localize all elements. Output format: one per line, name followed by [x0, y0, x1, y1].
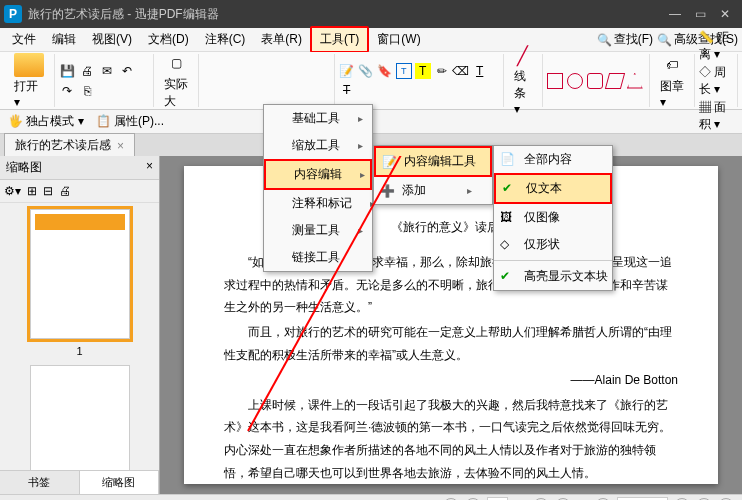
- thumb-print-icon[interactable]: 🖨: [59, 184, 71, 198]
- mi-measure[interactable]: 测量工具▸: [264, 217, 372, 244]
- ribbon-toolbar: 打开 ▾ 💾 🖨 ✉ ↶ ↷ ⎘ ▢ 实际大 📝 📎 🔖 T T ✏ ⌫ T T: [0, 52, 742, 110]
- mi-link[interactable]: 链接工具: [264, 244, 372, 271]
- image-icon: 🖼: [500, 210, 516, 226]
- thumb-tools: ⚙▾ ⊞ ⊟ 🖨: [0, 180, 159, 203]
- tab-bookmarks[interactable]: 书签: [0, 471, 80, 494]
- close-icon[interactable]: ✕: [720, 7, 730, 21]
- stamp2-icon: 🏷: [660, 53, 684, 77]
- strikeout-icon[interactable]: T: [339, 82, 355, 98]
- content-type-submenu: 📄全部内容 ✔仅文本 🖼仅图像 ◇仅形状 ✔高亮显示文本块: [493, 145, 613, 291]
- zoom-level[interactable]: 91.72%: [617, 497, 668, 501]
- copy-icon[interactable]: ⎘: [79, 83, 95, 99]
- thumb-num-1: 1: [6, 345, 153, 357]
- tools-dropdown: 基础工具▸ 缩放工具▸ 内容编辑▸ 注释和标记▸ 测量工具▸ 链接工具: [263, 104, 373, 272]
- menu-view[interactable]: 视图(V): [84, 28, 140, 51]
- undo-icon[interactable]: ↶: [119, 63, 135, 79]
- actual-size-button[interactable]: ▢ 实际大: [158, 49, 194, 112]
- menu-window[interactable]: 窗口(W): [369, 28, 428, 51]
- all-icon: 📄: [500, 152, 516, 168]
- thumb-shrink-icon[interactable]: ⊟: [43, 184, 53, 198]
- properties-button[interactable]: 📋 属性(P)...: [96, 113, 164, 130]
- eraser-icon[interactable]: ⌫: [453, 63, 469, 79]
- area-button[interactable]: ▦ 面积 ▾: [699, 99, 733, 133]
- mi-image-only[interactable]: 🖼仅图像: [494, 204, 612, 231]
- mi-add[interactable]: ➕添加▸: [374, 177, 492, 204]
- minimize-icon[interactable]: —: [669, 7, 681, 21]
- line-icon: ╱: [517, 45, 528, 67]
- doc-tab[interactable]: 旅行的艺术读后感 ×: [4, 133, 135, 157]
- open-button[interactable]: 打开 ▾: [8, 51, 50, 111]
- perimeter-button[interactable]: ◇ 周长 ▾: [699, 64, 733, 98]
- status-bar: ⚙▾ ⏮ ◀ 1 / 3 ▶ ⏭ − 91.72% + ↔ ⤢: [0, 494, 742, 500]
- stamp-button[interactable]: 🏷 图章 ▾: [654, 51, 690, 111]
- app-logo: P: [4, 5, 22, 23]
- shape-icon: ◇: [500, 237, 516, 253]
- doc-para: 上课时候，课件上的一段话引起了我极大的兴趣，然后我特意找来了《旅行的艺术》这本书…: [224, 394, 678, 484]
- underline-icon[interactable]: T: [472, 63, 488, 79]
- thumb-enlarge-icon[interactable]: ⊞: [27, 184, 37, 198]
- pencil-icon[interactable]: ✏: [434, 63, 450, 79]
- mi-basic-tools[interactable]: 基础工具▸: [264, 105, 372, 132]
- note-icon[interactable]: 📝: [339, 63, 355, 79]
- tab-thumbnails[interactable]: 缩略图: [80, 471, 160, 494]
- workspace: 缩略图× ⚙▾ ⊞ ⊟ 🖨 1 书签 缩略图 《旅行的意义》读后感 “如果生活的…: [0, 156, 742, 494]
- highlight-icon[interactable]: T: [415, 63, 431, 79]
- shape-cloud[interactable]: [627, 73, 643, 89]
- shape-rect[interactable]: [547, 73, 563, 89]
- document-area[interactable]: 《旅行的意义》读后感 “如果生活的要义在于追求幸福，那么，除却旅行，很少有别的行…: [160, 156, 742, 494]
- menu-edit[interactable]: 编辑: [44, 28, 84, 51]
- save-icon[interactable]: 💾: [59, 63, 75, 79]
- thumbnails-panel: 缩略图× ⚙▾ ⊞ ⊟ 🖨 1 书签 缩略图: [0, 156, 160, 494]
- menu-file[interactable]: 文件: [4, 28, 44, 51]
- mail-icon[interactable]: ✉: [99, 63, 115, 79]
- shapes-grid[interactable]: [547, 73, 645, 89]
- shape-circle[interactable]: [567, 73, 583, 89]
- thumb-header: 缩略图×: [0, 156, 159, 180]
- distance-button[interactable]: 📏 距离 ▾: [699, 29, 733, 63]
- mi-zoom-tools[interactable]: 缩放工具▸: [264, 132, 372, 159]
- menu-bar: 文件 编辑 视图(V) 文档(D) 注释(C) 表单(R) 工具(T) 窗口(W…: [0, 28, 742, 52]
- text-box-icon[interactable]: T: [396, 63, 412, 79]
- doc-para: 而且，对旅行的艺术的研究可能在一定意义上帮助人们理解希腊哲人所谓的“由理性支配的…: [224, 321, 678, 367]
- panel-close-icon[interactable]: ×: [146, 159, 153, 176]
- mi-shape-only[interactable]: ◇仅形状: [494, 231, 612, 258]
- print-icon[interactable]: 🖨: [79, 63, 95, 79]
- mi-content-edit[interactable]: 内容编辑▸: [264, 159, 372, 190]
- thumb-page-2[interactable]: [30, 365, 130, 470]
- page-icon: ▢: [164, 51, 188, 75]
- thumbnails-list[interactable]: 1: [0, 203, 159, 470]
- mi-all-content[interactable]: 📄全部内容: [494, 146, 612, 173]
- mi-text-only[interactable]: ✔仅文本: [494, 173, 612, 204]
- thumb-page-1[interactable]: [30, 209, 130, 339]
- title-bar: P 旅行的艺术读后感 - 迅捷PDF编辑器 — ▭ ✕: [0, 0, 742, 28]
- window-title: 旅行的艺术读后感 - 迅捷PDF编辑器: [28, 6, 669, 23]
- folder-icon: [14, 53, 44, 77]
- attachment-icon[interactable]: 📎: [358, 63, 374, 79]
- redo-icon[interactable]: ↷: [59, 83, 75, 99]
- mi-highlight-text[interactable]: ✔高亮显示文本块: [494, 263, 612, 290]
- lines-button[interactable]: ╱ 线条 ▾: [508, 43, 538, 118]
- exclusive-mode-button[interactable]: 🖐 独占模式 ▾: [8, 113, 84, 130]
- check-icon: ✔: [502, 181, 518, 197]
- mi-annotate[interactable]: 注释和标记▸: [264, 190, 372, 217]
- menu-comment[interactable]: 注释(C): [197, 28, 254, 51]
- stamp-icon[interactable]: 🔖: [377, 63, 393, 79]
- doc-author: ——Alain De Botton: [224, 369, 678, 392]
- check-icon: ✔: [500, 269, 516, 285]
- menu-form[interactable]: 表单(R): [253, 28, 310, 51]
- page-number-input[interactable]: 1: [487, 497, 508, 501]
- menu-document[interactable]: 文档(D): [140, 28, 197, 51]
- shape-para[interactable]: [605, 73, 625, 89]
- menu-tools[interactable]: 工具(T): [310, 26, 369, 53]
- tab-close-icon[interactable]: ×: [117, 139, 124, 153]
- shape-roundrect[interactable]: [587, 73, 603, 89]
- maximize-icon[interactable]: ▭: [695, 7, 706, 21]
- side-tabs: 书签 缩略图: [0, 470, 159, 494]
- thumb-options-icon[interactable]: ⚙▾: [4, 184, 21, 198]
- find-button[interactable]: 🔍查找(F): [597, 31, 653, 48]
